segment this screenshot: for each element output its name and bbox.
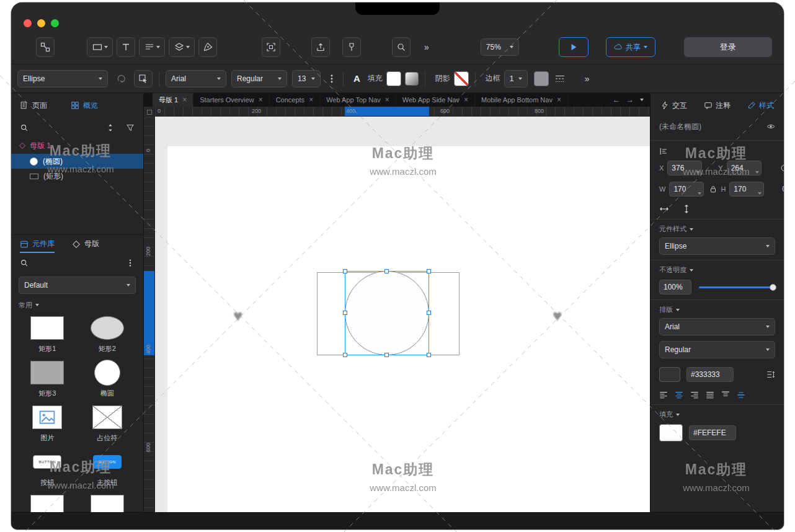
fill-gradient-button[interactable] xyxy=(405,72,419,86)
tree-item-rectangle[interactable]: (矩形) xyxy=(11,169,143,184)
masters-group-row[interactable]: 母版 1 xyxy=(11,138,143,154)
widget-style-section-header[interactable]: 元件样式 xyxy=(651,224,784,234)
login-button[interactable]: 登录 xyxy=(684,37,772,57)
transform-tool-button[interactable] xyxy=(262,37,280,57)
distribute-icon[interactable] xyxy=(659,147,668,156)
font-family-select[interactable]: Arial xyxy=(166,70,226,87)
width-input[interactable]: 170 xyxy=(669,182,704,197)
stepper-icon[interactable] xyxy=(755,171,759,174)
more-options-icon[interactable] xyxy=(327,74,337,84)
shape-tool-button[interactable] xyxy=(87,37,113,57)
tab-starters-overview[interactable]: Starters Overview × xyxy=(193,93,269,107)
component-primary-button[interactable]: BUTTON 主按钮 xyxy=(78,449,138,489)
tab-overview[interactable]: 概览 xyxy=(71,100,98,111)
library-section-header[interactable]: 常用 xyxy=(11,298,143,313)
sort-icon[interactable] xyxy=(106,123,115,132)
pointer-mode-button[interactable] xyxy=(134,70,153,87)
component-placeholder[interactable]: 占位符 xyxy=(78,404,138,444)
resize-handle-w[interactable] xyxy=(343,311,347,315)
align-right-icon[interactable] xyxy=(690,391,699,399)
horizontal-ruler[interactable]: 0 200 400 600 800 xyxy=(155,107,650,116)
more-options-icon[interactable] xyxy=(126,259,135,267)
list-tool-button[interactable] xyxy=(139,37,165,57)
font-size-select[interactable]: 13 xyxy=(292,70,321,87)
x-input[interactable]: 376 xyxy=(667,161,702,175)
component-rect1[interactable]: 矩形1 xyxy=(17,315,78,355)
resize-handle-nw[interactable] xyxy=(343,269,347,273)
close-icon[interactable]: × xyxy=(182,96,187,104)
flip-vertical-icon[interactable] xyxy=(682,204,691,214)
tab-masters[interactable]: 母版 xyxy=(72,235,99,253)
preview-button[interactable] xyxy=(559,37,588,57)
close-icon[interactable]: × xyxy=(385,96,389,104)
component-image[interactable]: 图片 xyxy=(17,404,78,444)
zoom-window-button[interactable] xyxy=(51,19,59,27)
stepper-icon[interactable] xyxy=(698,192,701,195)
font-weight-select[interactable]: Regular xyxy=(659,341,775,358)
close-icon[interactable]: × xyxy=(309,96,313,104)
minimize-window-button[interactable] xyxy=(37,19,45,27)
tab-master-1[interactable]: 母版 1 × xyxy=(153,93,193,107)
line-height-icon[interactable] xyxy=(766,370,775,379)
font-color-input[interactable]: #333333 xyxy=(686,367,734,382)
tab-style[interactable]: 样式 xyxy=(747,100,774,111)
align-left-icon[interactable] xyxy=(659,391,668,399)
fill-color-input[interactable]: #FEFEFE xyxy=(689,425,736,440)
search-icon[interactable] xyxy=(20,123,29,132)
tab-web-app-side-nav[interactable]: Web App Side Nav × xyxy=(396,93,475,107)
tab-interactions[interactable]: 交互 xyxy=(660,100,687,111)
zoom-area-button[interactable] xyxy=(392,37,411,57)
lock-aspect-icon[interactable] xyxy=(709,185,717,193)
close-icon[interactable]: × xyxy=(464,96,468,104)
font-weight-select[interactable]: Regular xyxy=(231,70,287,87)
stepper-icon[interactable] xyxy=(758,192,762,195)
resize-handle-s[interactable] xyxy=(384,353,389,357)
y-input[interactable]: 264 xyxy=(727,161,762,175)
height-input[interactable]: 170 xyxy=(729,182,764,197)
format-painter-button[interactable] xyxy=(342,37,361,57)
opacity-input[interactable]: 100% xyxy=(659,280,691,295)
resize-handle-se[interactable] xyxy=(427,353,431,357)
widget-style-select[interactable]: Ellipse xyxy=(659,237,775,255)
tab-pages[interactable]: 页面 xyxy=(20,100,47,111)
search-icon[interactable] xyxy=(20,259,29,267)
flip-horizontal-icon[interactable] xyxy=(659,204,669,214)
tree-item-ellipse[interactable]: (椭圆) xyxy=(11,154,143,169)
toolbar-overflow-button[interactable]: » xyxy=(422,42,432,52)
component-partial[interactable] xyxy=(17,494,78,512)
filter-icon[interactable] xyxy=(126,123,135,132)
eye-icon[interactable] xyxy=(766,122,775,131)
text-tool-button[interactable] xyxy=(117,37,135,57)
back-icon[interactable]: ← xyxy=(613,95,620,104)
export-button[interactable] xyxy=(311,37,330,57)
tab-concepts[interactable]: Concepts × xyxy=(270,93,321,107)
widget-style-select[interactable]: Ellipse xyxy=(17,70,108,87)
border-width-select[interactable]: 1 xyxy=(504,70,528,87)
fill-section-header[interactable]: 填充 xyxy=(651,410,784,419)
tab-component-library[interactable]: 元件库 xyxy=(20,235,55,253)
tab-notes[interactable]: 注释 xyxy=(704,100,731,111)
close-window-button[interactable] xyxy=(24,19,32,27)
design-canvas[interactable] xyxy=(155,117,650,512)
opacity-section-header[interactable]: 不透明度 xyxy=(651,265,784,275)
resize-handle-ne[interactable] xyxy=(427,269,431,273)
text-color-button[interactable]: A xyxy=(350,73,364,84)
opacity-slider[interactable] xyxy=(699,286,775,288)
library-select[interactable]: Default xyxy=(19,277,136,294)
shadow-swatch[interactable] xyxy=(454,71,469,86)
align-middle-icon[interactable] xyxy=(737,391,745,399)
tab-mobile-app-bottom-nav[interactable]: Mobile App Bottom Nav × xyxy=(475,93,568,107)
align-justify-icon[interactable] xyxy=(706,391,714,399)
slider-handle[interactable] xyxy=(770,284,776,291)
border-style-icon[interactable] xyxy=(555,74,565,84)
resize-handle-n[interactable] xyxy=(384,269,389,273)
selection-box[interactable] xyxy=(345,271,429,355)
component-rect3[interactable]: 矩形3 xyxy=(17,360,78,399)
share-button[interactable]: 共享 xyxy=(606,37,655,57)
typography-section-header[interactable]: 排版 xyxy=(651,305,784,314)
component-ellipse[interactable]: 椭圆 xyxy=(78,360,138,399)
forward-icon[interactable]: → xyxy=(626,95,634,104)
fill-color-swatch[interactable] xyxy=(386,71,401,86)
rotation-icon[interactable] xyxy=(780,164,784,172)
resize-handle-e[interactable] xyxy=(427,311,431,315)
